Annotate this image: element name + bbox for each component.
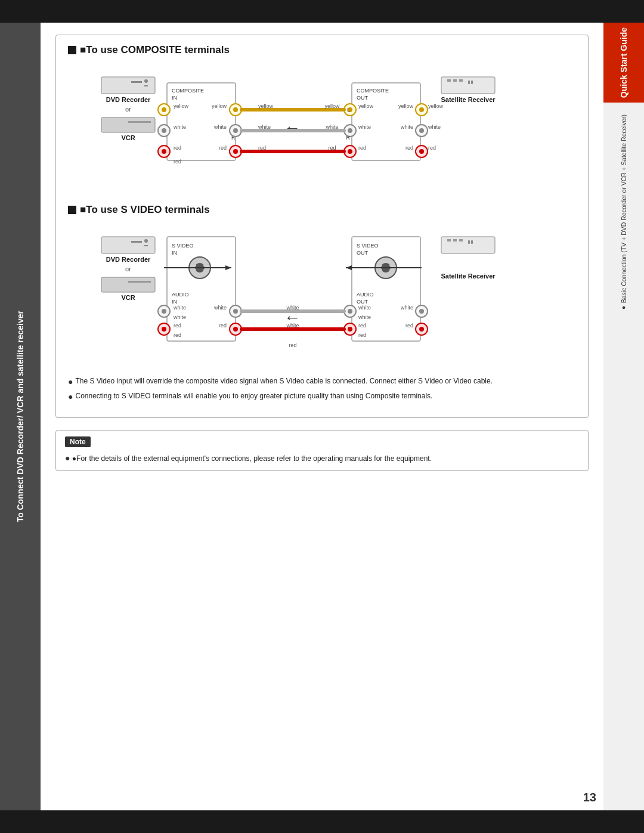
svg-rect-144 [459, 239, 463, 241]
svg-rect-74 [144, 239, 148, 243]
svg-point-15 [162, 128, 166, 133]
svg-text:white: white [173, 305, 186, 311]
svg-text:DVD Recorder: DVD Recorder [106, 256, 151, 263]
svg-point-104 [233, 309, 238, 314]
svg-point-118 [389, 269, 392, 271]
svg-rect-63 [471, 80, 473, 84]
svg-point-115 [380, 264, 382, 267]
svg-text:white: white [173, 314, 186, 320]
svg-text:or: or [125, 265, 131, 272]
svg-text:S VIDEO: S VIDEO [172, 243, 194, 249]
svg-text:red: red [174, 332, 181, 338]
svg-text:AUDIO: AUDIO [172, 292, 189, 298]
right-sidebar: Quick Start Guide ● Basic Connection (TV… [603, 23, 644, 810]
svg-text:yellow: yellow [324, 103, 340, 109]
heading-square-2 [68, 206, 76, 214]
heading-square-1 [68, 46, 76, 54]
svg-text:yellow: yellow [428, 103, 444, 109]
svg-rect-3 [144, 85, 148, 86]
quick-start-guide-label: Quick Start Guide [618, 27, 629, 98]
svg-point-126 [348, 309, 352, 314]
page-number: 13 [583, 791, 596, 804]
section2-heading: ■To use S VIDEO terminals [68, 204, 576, 216]
svg-rect-62 [468, 80, 470, 84]
svg-text:yellow: yellow [358, 103, 374, 109]
svg-text:red: red [174, 159, 181, 165]
svg-rect-145 [468, 240, 470, 244]
svg-point-101 [162, 327, 166, 332]
left-sidebar-text: To Connect DVD Recorder/ VCR and satelli… [12, 305, 29, 528]
svg-point-26 [233, 128, 238, 133]
svg-point-117 [380, 269, 382, 271]
svg-text:white: white [400, 305, 413, 311]
svg-text:L: L [347, 107, 350, 113]
svg-point-19 [162, 149, 166, 154]
main-box: ■To use COMPOSITE terminals DVD Recorder… [55, 35, 589, 418]
svg-rect-142 [447, 239, 451, 241]
svg-rect-1 [144, 79, 148, 83]
svg-text:red: red [358, 145, 366, 151]
svg-text:red: red [358, 332, 366, 338]
svg-text:red: red [289, 342, 296, 348]
dvd-label-1: DVD Recorder [106, 96, 151, 103]
svg-text:yellow: yellow [212, 103, 227, 109]
bullet-2: ● Connecting to S VIDEO terminals will e… [68, 391, 576, 403]
svg-text:R: R [346, 135, 351, 141]
svg-text:red: red [405, 323, 413, 329]
right-sidebar-bottom: ● Basic Connection (TV + DVD Recorder or… [603, 103, 644, 810]
svg-point-116 [389, 264, 392, 267]
svg-text:yellow: yellow [174, 103, 189, 109]
svg-point-11 [162, 107, 166, 112]
svg-text:IN: IN [172, 299, 177, 305]
composite-diagram: DVD Recorder or VCR COMPOSITE IN yellow … [68, 71, 576, 184]
right-sidebar-top: Quick Start Guide [603, 23, 644, 103]
svg-text:OUT: OUT [357, 299, 369, 305]
svg-text:white: white [325, 124, 338, 130]
svg-text:white: white [286, 305, 299, 311]
svg-rect-143 [453, 239, 457, 241]
svg-text:white: white [213, 305, 227, 311]
svg-text:white: white [400, 124, 413, 130]
main-content: To Connect DVD Recorder/ VCR and satelli… [0, 23, 644, 810]
note-text: ● ●For the details of the external equip… [65, 452, 579, 465]
svg-rect-60 [453, 79, 457, 82]
svg-text:COMPOSITE: COMPOSITE [357, 88, 389, 94]
svg-point-87 [194, 264, 196, 267]
svg-point-129 [348, 327, 352, 332]
svg-point-47 [419, 107, 424, 112]
svg-text:white: white [213, 124, 227, 130]
svg-text:red: red [358, 323, 366, 329]
svg-rect-79 [101, 277, 155, 292]
note-box: Note ● ●For the details of the external … [55, 430, 589, 471]
left-sidebar: To Connect DVD Recorder/ VCR and satelli… [0, 23, 41, 810]
svg-rect-59 [447, 79, 451, 82]
svg-text:red: red [405, 145, 413, 151]
bottom-bar [0, 810, 644, 833]
svg-point-132 [419, 309, 424, 314]
svg-text:red: red [258, 145, 266, 151]
svg-text:IN: IN [172, 95, 177, 101]
svg-text:←: ← [284, 119, 301, 137]
svg-text:red: red [219, 145, 227, 151]
svg-rect-80 [128, 281, 151, 283]
svg-text:white: white [258, 124, 271, 130]
sat-label-1: Satellite Receiver [441, 96, 496, 103]
svg-point-50 [419, 128, 424, 133]
svg-text:OUT: OUT [357, 250, 369, 256]
svg-text:white: white [173, 124, 186, 130]
svg-text:Satellite Receiver: Satellite Receiver [441, 272, 496, 280]
svg-point-89 [194, 269, 196, 271]
svg-point-90 [203, 269, 206, 271]
svg-text:red: red [174, 145, 181, 151]
svg-text:AUDIO: AUDIO [357, 292, 374, 298]
bullet-1: ● The S Video input will override the co… [68, 376, 576, 388]
svg-rect-5 [101, 117, 155, 132]
svg-text:COMPOSITE: COMPOSITE [172, 88, 204, 94]
svg-text:red: red [219, 323, 227, 329]
svg-point-53 [419, 149, 424, 154]
svg-text:white: white [286, 323, 299, 329]
svg-text:white: white [358, 314, 371, 320]
svg-rect-2 [131, 81, 142, 83]
vcr-label-1: VCR [121, 134, 135, 141]
svg-text:red: red [328, 145, 336, 151]
